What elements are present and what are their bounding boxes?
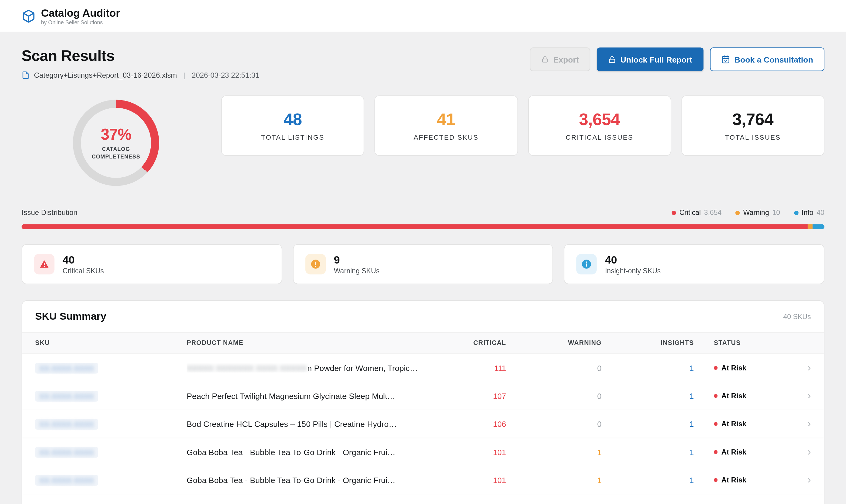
logo-cube-icon <box>21 9 36 23</box>
table-row[interactable]: XX-XXXX-XXXX Goba Boba Tea - Bubble Tea … <box>22 438 824 466</box>
warning-icon-tile <box>305 254 326 274</box>
product-name: XXXXX XXXXXXX XXXX XXXXXn Powder for Wom… <box>187 363 418 373</box>
status-badge: At Risk <box>694 364 777 372</box>
critical-dot <box>672 211 676 215</box>
stat-value: 48 <box>283 110 302 129</box>
table-row[interactable]: XX-XXXX-XXXX Goba Boba Tea - Bubble Tea … <box>22 466 824 494</box>
export-button-label: Export <box>553 55 579 64</box>
critical-skus-label: Critical SKUs <box>63 267 104 275</box>
critical-count: 111 <box>419 364 506 372</box>
warning-count: 0 <box>506 364 601 372</box>
chevron-right-icon[interactable]: › <box>777 390 811 402</box>
insight-skus-count: 40 <box>605 253 661 266</box>
product-name: Goba Boba Tea - Bubble Tea To-Go Drink -… <box>187 448 418 457</box>
insight-skus-label: Insight-only SKUs <box>605 267 661 275</box>
stat-label: TOTAL LISTINGS <box>261 133 324 141</box>
page-head: Scan Results Category+Listings+Report_03… <box>21 47 825 79</box>
stats-row: 37% CATALOG COMPLETENESS 48 TOTAL LISTIN… <box>21 95 825 186</box>
col-insights: INSIGHTS <box>602 339 694 347</box>
scan-timestamp: 2026-03-23 22:51:31 <box>192 71 260 79</box>
product-name: Goba Boba Tea - Bubble Tea To-Go Drink -… <box>187 475 418 485</box>
issue-distribution: Issue Distribution Critical 3,654 Warnin… <box>21 209 825 229</box>
panel-title: SKU Summary <box>35 311 106 322</box>
caption-line-1: CATALOG <box>92 145 140 153</box>
chevron-right-icon[interactable]: › <box>777 474 811 486</box>
col-critical: CRITICAL <box>419 339 506 347</box>
app-title: Catalog Auditor <box>41 7 120 19</box>
product-name: Peach Perfect Twilight Magnesium Glycina… <box>187 391 418 400</box>
warning-dot <box>736 211 740 215</box>
status-badge: At Risk <box>694 392 777 400</box>
critical-segment <box>21 224 807 229</box>
chevron-right-icon[interactable]: › <box>777 446 811 458</box>
col-product-name: PRODUCT NAME <box>187 339 418 347</box>
legend-count: 40 <box>816 209 825 217</box>
chevron-right-icon[interactable]: › <box>777 418 811 430</box>
action-buttons: Export Unlock Full Report Book a Consult… <box>530 47 825 71</box>
sku-redacted: XX-XXXX-XXXX <box>39 392 94 400</box>
separator: | <box>184 71 185 79</box>
col-status: STATUS <box>694 339 777 347</box>
status-badge: At Risk <box>694 420 777 428</box>
sku-count-badge: 40 SKUs <box>783 312 811 321</box>
warning-count: 0 <box>506 419 601 428</box>
calendar-check-icon <box>721 55 730 64</box>
export-button: Export <box>530 47 590 71</box>
panel-head: SKU Summary 40 SKUs <box>22 301 824 332</box>
warning-skus-card: 9 Warning SKUs <box>293 244 553 284</box>
file-icon <box>21 71 30 79</box>
insights-count: 1 <box>602 476 694 484</box>
sku-redacted: XX-XXXX-XXXX <box>39 364 94 372</box>
legend-item-critical: Critical 3,654 <box>672 209 722 217</box>
unlock-button-label: Unlock Full Report <box>620 55 692 64</box>
stat-card-total-issues: 3,764 TOTAL ISSUES <box>681 95 825 156</box>
unlock-full-report-button[interactable]: Unlock Full Report <box>597 47 704 71</box>
warning-skus-label: Warning SKUs <box>334 267 380 275</box>
stat-label: AFFECTED SKUS <box>414 133 479 141</box>
stat-card-total-listings: 48 TOTAL LISTINGS <box>221 95 364 156</box>
status-dot <box>714 394 718 398</box>
chevron-right-icon[interactable]: › <box>777 362 811 374</box>
insights-count: 1 <box>602 419 694 428</box>
insights-count: 1 <box>602 364 694 372</box>
legend-count: 10 <box>772 209 780 217</box>
table-row[interactable]: XX-XXXX-XXXX XXXXX XXXXXXX XXXX XXXXXn P… <box>22 354 824 382</box>
info-dot <box>794 211 798 215</box>
sku-summary-panel: SKU Summary 40 SKUs SKU PRODUCT NAME CRI… <box>21 300 825 504</box>
stat-cards: 48 TOTAL LISTINGS 41 AFFECTED SKUS 3,654… <box>221 95 825 156</box>
critical-count: 101 <box>419 448 506 456</box>
warning-count: 0 <box>506 392 601 400</box>
page-title: Scan Results <box>21 47 260 65</box>
app-window: Catalog Auditor by Online Seller Solutio… <box>0 0 846 504</box>
insights-count: 1 <box>602 392 694 400</box>
insights-count: 1 <box>602 448 694 456</box>
stat-value: 41 <box>437 110 455 129</box>
critical-icon-tile <box>34 254 54 274</box>
table-row[interactable]: XX-XXXX-XXXX Peach Perfect Twilight Magn… <box>22 382 824 410</box>
caption-line-2: COMPLETENESS <box>92 153 140 160</box>
sku-redacted: XX-XXXX-XXXX <box>39 448 94 456</box>
distribution-title: Issue Distribution <box>21 209 77 217</box>
warning-circle-icon <box>310 259 321 270</box>
warning-count: 1 <box>506 476 601 484</box>
stat-card-critical-issues: 3,654 CRITICAL ISSUES <box>528 95 671 156</box>
legend-count: 3,654 <box>704 209 722 217</box>
sku-redacted: XX-XXXX-XXXX <box>39 420 94 428</box>
col-warning: WARNING <box>506 339 601 347</box>
warning-segment <box>807 224 812 229</box>
sku-redacted: XX-XXXX-XXXX <box>39 476 94 485</box>
table-row[interactable]: XX-XXXX-XXXX Bod Creatine HCL Capsules –… <box>22 410 824 437</box>
donut-center: 37% CATALOG COMPLETENESS <box>73 100 159 186</box>
file-name: Category+Listings+Report_03-16-2026.xlsm <box>34 71 177 79</box>
status-badge: At Risk <box>694 448 777 456</box>
critical-skus-count: 40 <box>63 253 104 266</box>
stat-value: 3,654 <box>579 110 620 129</box>
book-consultation-button[interactable]: Book a Consultation <box>710 47 825 71</box>
stat-card-affected-skus: 41 AFFECTED SKUS <box>375 95 518 156</box>
info-segment <box>812 224 825 229</box>
status-dot <box>714 478 718 482</box>
status-dot <box>714 422 718 426</box>
warning-skus-count: 9 <box>334 253 380 266</box>
legend-item-info: Info 40 <box>794 209 825 217</box>
table-row-partial <box>22 494 824 504</box>
